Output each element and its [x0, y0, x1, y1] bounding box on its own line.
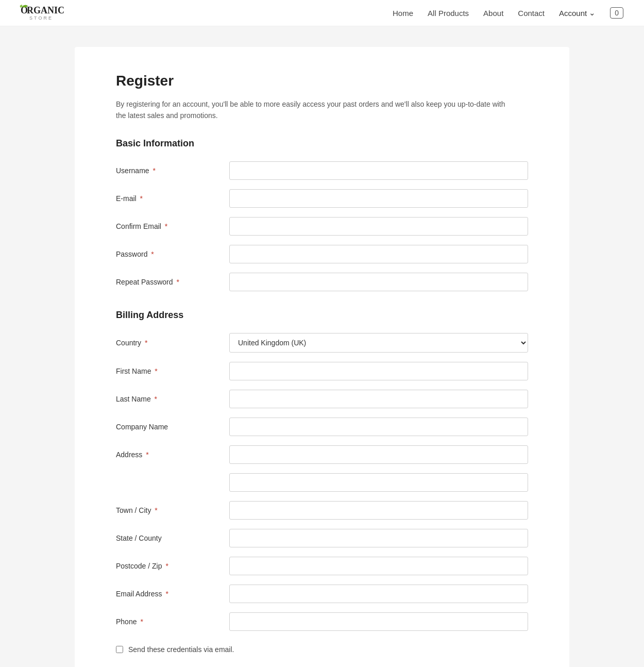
account-menu[interactable]: Account ⌄	[559, 8, 596, 18]
required-star: *	[155, 395, 157, 403]
register-form-card: Register By registering for an account, …	[75, 47, 569, 667]
password-row: Password *	[116, 245, 528, 263]
first-name-row: First Name *	[116, 362, 528, 380]
first-name-label: First Name *	[116, 367, 229, 375]
company-name-row: Company Name	[116, 418, 528, 436]
credentials-checkbox-row: Send these credentials via email.	[116, 645, 528, 654]
email-address-row: Email Address *	[116, 585, 528, 603]
required-star: *	[140, 194, 143, 203]
state-county-row: State / County	[116, 529, 528, 547]
postcode-zip-field	[229, 557, 528, 575]
cart-count: 0	[615, 9, 619, 17]
phone-row: Phone *	[116, 612, 528, 631]
required-star: *	[176, 278, 179, 286]
basic-info-heading: Basic Information	[116, 138, 528, 149]
email-label: E-mail *	[116, 194, 229, 203]
address-line2-row	[116, 473, 528, 492]
page-description: By registering for an account, you'll be…	[116, 98, 507, 122]
repeat-password-row: Repeat Password *	[116, 273, 528, 291]
country-label: Country *	[116, 339, 229, 347]
last-name-input[interactable]	[229, 390, 528, 408]
page-title: Register	[116, 73, 528, 89]
town-city-row: Town / City *	[116, 501, 528, 520]
password-input[interactable]	[229, 245, 528, 263]
confirm-email-input[interactable]	[229, 217, 528, 236]
address-row: Address *	[116, 445, 528, 464]
postcode-zip-label: Postcode / Zip *	[116, 562, 229, 570]
billing-address-section: Billing Address Country * United Kingdom…	[116, 310, 528, 631]
main-nav: Home All Products About Contact Account …	[393, 7, 623, 19]
town-city-label: Town / City *	[116, 506, 229, 514]
site-header: O RGANIC STORE Home All Products About C…	[0, 0, 644, 26]
username-input[interactable]	[229, 161, 528, 180]
confirm-email-field	[229, 217, 528, 236]
last-name-field	[229, 390, 528, 408]
email-address-label: Email Address *	[116, 590, 229, 598]
required-star: *	[152, 166, 155, 175]
nav-all-products[interactable]: All Products	[428, 9, 469, 18]
email-input[interactable]	[229, 189, 528, 208]
country-field: United Kingdom (UK) United States (US) C…	[229, 333, 528, 353]
address-line2-input[interactable]	[229, 473, 528, 492]
state-county-label: State / County	[116, 534, 229, 542]
nav-home[interactable]: Home	[393, 9, 413, 18]
username-field	[229, 161, 528, 180]
password-field	[229, 245, 528, 263]
postcode-zip-input[interactable]	[229, 557, 528, 575]
repeat-password-field	[229, 273, 528, 291]
company-name-field	[229, 418, 528, 436]
town-city-input[interactable]	[229, 501, 528, 520]
email-address-input[interactable]	[229, 585, 528, 603]
first-name-input[interactable]	[229, 362, 528, 380]
state-county-field	[229, 529, 528, 547]
svg-text:RGANIC: RGANIC	[27, 5, 64, 15]
send-credentials-checkbox[interactable]	[116, 646, 123, 653]
country-row: Country * United Kingdom (UK) United Sta…	[116, 333, 528, 353]
repeat-password-label: Repeat Password *	[116, 278, 229, 286]
required-star: *	[155, 367, 157, 375]
first-name-field	[229, 362, 528, 380]
postcode-zip-row: Postcode / Zip *	[116, 557, 528, 575]
required-star: *	[165, 590, 168, 598]
phone-label: Phone *	[116, 618, 229, 626]
required-star: *	[155, 506, 157, 514]
required-star: *	[165, 562, 168, 570]
email-address-field	[229, 585, 528, 603]
company-name-label: Company Name	[116, 423, 229, 431]
address-line1-input[interactable]	[229, 445, 528, 464]
logo[interactable]: O RGANIC STORE	[21, 5, 62, 21]
username-row: Username *	[116, 161, 528, 180]
nav-contact[interactable]: Contact	[518, 9, 545, 18]
address-label-spacer	[116, 473, 229, 492]
last-name-label: Last Name *	[116, 395, 229, 403]
cart-button[interactable]: 0	[610, 7, 623, 19]
company-name-input[interactable]	[229, 418, 528, 436]
phone-input[interactable]	[229, 612, 528, 631]
address-label: Address *	[116, 451, 229, 459]
confirm-email-label: Confirm Email *	[116, 222, 229, 230]
email-field	[229, 189, 528, 208]
address-field	[229, 445, 528, 464]
send-credentials-label[interactable]: Send these credentials via email.	[128, 645, 234, 654]
main-content: Register By registering for an account, …	[39, 26, 605, 667]
required-star: *	[146, 451, 148, 459]
town-city-field	[229, 501, 528, 520]
basic-info-section: Basic Information Username * E-mail *	[116, 138, 528, 291]
required-star: *	[151, 250, 154, 258]
repeat-password-input[interactable]	[229, 273, 528, 291]
phone-field	[229, 612, 528, 631]
account-label: Account	[559, 9, 587, 18]
required-star: *	[140, 618, 143, 626]
billing-address-heading: Billing Address	[116, 310, 528, 321]
required-star: *	[145, 339, 147, 347]
password-label: Password *	[116, 250, 229, 258]
chevron-down-icon: ⌄	[589, 8, 596, 18]
nav-about[interactable]: About	[483, 9, 503, 18]
address-line2-field	[229, 473, 528, 492]
state-county-input[interactable]	[229, 529, 528, 547]
required-star: *	[165, 222, 167, 230]
username-label: Username *	[116, 166, 229, 175]
country-select[interactable]: United Kingdom (UK) United States (US) C…	[229, 333, 528, 353]
email-row: E-mail *	[116, 189, 528, 208]
last-name-row: Last Name *	[116, 390, 528, 408]
